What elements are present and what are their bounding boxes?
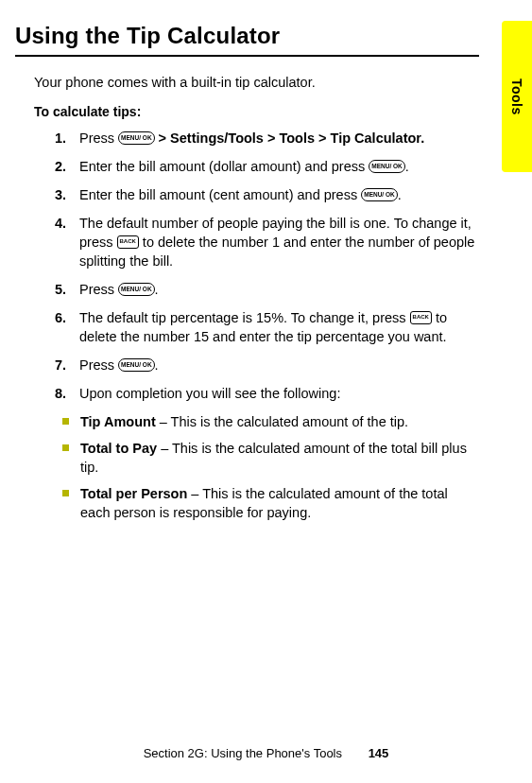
step-body: The default number of people paying the … (79, 214, 479, 270)
step-body: Press MENU/ OK. (79, 280, 479, 299)
step-body: Press MENU/ OK > Settings/Tools > Tools … (79, 129, 479, 148)
step-number: 7. (55, 356, 79, 374)
result-body: Total per Person – This is the calculate… (80, 484, 479, 522)
ok-key-icon: MENU/ OK (118, 358, 155, 372)
results-list: Tip Amount – This is the calculated amou… (62, 412, 479, 522)
step-item: 3. Enter the bill amount (cent amount) a… (55, 185, 479, 204)
step-number: 8. (55, 384, 79, 403)
step-item: 2. Enter the bill amount (dollar amount)… (55, 157, 479, 176)
title-block: Using the Tip Calculator (15, 23, 479, 57)
side-tab: Tools (502, 21, 532, 172)
step-item: 6. The default tip percentage is 15%. To… (55, 308, 479, 346)
result-body: Tip Amount – This is the calculated amou… (80, 412, 479, 431)
steps-list: 1. Press MENU/ OK > Settings/Tools > Too… (55, 129, 479, 403)
result-body: Total to Pay – This is the calculated am… (80, 439, 479, 477)
step-item: 4. The default number of people paying t… (55, 214, 479, 270)
step-item: 7. Press MENU/ OK. (55, 356, 479, 374)
step-item: 5. Press MENU/ OK. (55, 280, 479, 299)
subheading: To calculate tips: (34, 104, 479, 119)
result-label: Total to Pay (80, 441, 157, 456)
result-item: Total per Person – This is the calculate… (62, 484, 479, 522)
step-number: 3. (55, 185, 79, 204)
step-number: 1. (55, 129, 79, 148)
step-body: Enter the bill amount (dollar amount) an… (79, 157, 479, 176)
step-number: 4. (55, 214, 79, 270)
step-body: Press MENU/ OK. (79, 356, 479, 374)
result-label: Tip Amount (80, 414, 156, 429)
bullet-icon (62, 444, 69, 451)
back-key-icon: BACK (117, 235, 139, 249)
step-number: 2. (55, 157, 79, 176)
ok-key-icon: MENU/ OK (361, 188, 398, 201)
step-body: Upon completion you will see the followi… (79, 384, 479, 403)
ok-key-icon: MENU/ OK (118, 283, 155, 296)
step-number: 5. (55, 280, 79, 299)
page-content: Using the Tip Calculator Your phone come… (0, 0, 532, 522)
ok-key-icon: MENU/ OK (369, 160, 405, 173)
step-body: The default tip percentage is 15%. To ch… (79, 308, 479, 346)
result-item: Tip Amount – This is the calculated amou… (62, 412, 479, 431)
result-item: Total to Pay – This is the calculated am… (62, 439, 479, 477)
result-label: Total per Person (80, 486, 187, 501)
footer-page-number: 145 (369, 746, 389, 760)
step-body: Enter the bill amount (cent amount) and … (79, 185, 479, 204)
footer-section: Section 2G: Using the Phone's Tools (144, 746, 342, 760)
step-item: 8. Upon completion you will see the foll… (55, 384, 479, 403)
back-key-icon: BACK (410, 311, 432, 324)
ok-key-icon: MENU/ OK (118, 131, 155, 145)
step-number: 6. (55, 308, 79, 346)
step-item: 1. Press MENU/ OK > Settings/Tools > Too… (55, 129, 479, 148)
side-tab-label: Tools (509, 78, 524, 115)
title-rule (15, 55, 479, 57)
intro-text: Your phone comes with a built-in tip cal… (34, 74, 479, 93)
result-desc: – This is the calculated amount of the t… (156, 414, 408, 429)
bullet-icon (62, 418, 69, 425)
page-title: Using the Tip Calculator (15, 23, 479, 49)
bullet-icon (62, 490, 69, 496)
page-footer: Section 2G: Using the Phone's Tools 145 (0, 746, 532, 760)
